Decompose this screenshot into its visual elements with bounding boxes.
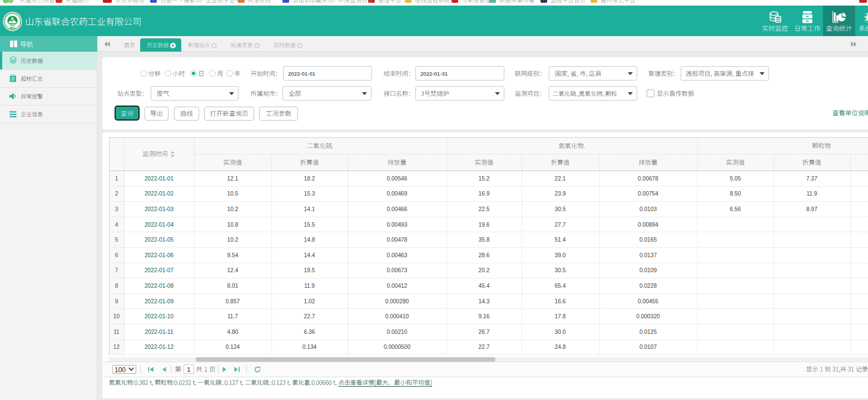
svg-text:MEE: MEE: [10, 27, 16, 29]
